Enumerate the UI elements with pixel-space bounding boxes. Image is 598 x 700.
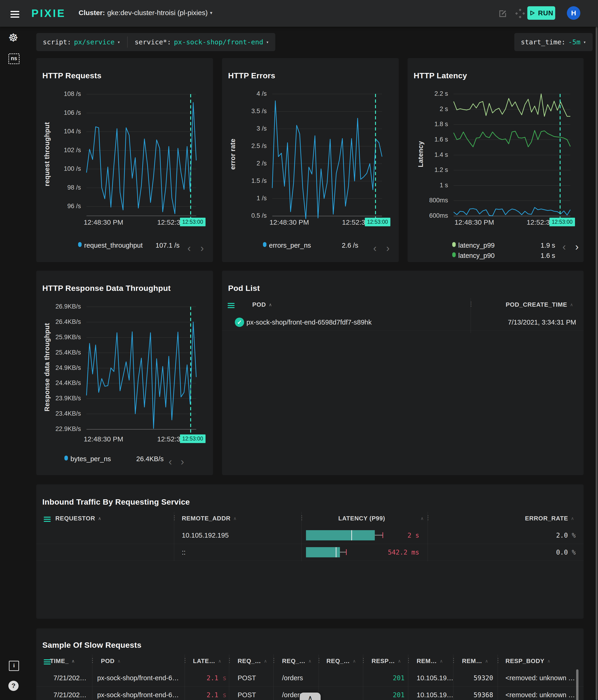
run-button[interactable]: RUN (527, 6, 555, 20)
remote-ip-cell: 10.105.19… (417, 691, 453, 699)
y-tick-label: 23.4KB/s (36, 410, 81, 417)
start-time-bar[interactable]: start_time: -5m ▾ (514, 33, 593, 51)
legend-next-icon[interactable]: › (181, 456, 184, 467)
legend-name[interactable]: latency_p90 (458, 252, 495, 259)
table-row[interactable]: 7/21/202…px-sock-shop/front-end-6…2.1sPO… (36, 669, 583, 686)
hamburger-menu-icon[interactable] (10, 9, 19, 19)
sort-caret-icon[interactable]: ∧ (234, 516, 237, 521)
legend-name[interactable]: errors_per_ns (269, 242, 311, 249)
column-header-8[interactable]: REM…∧ (462, 654, 488, 668)
column-header-pod-create-time[interactable]: POD_CREATE_TIME∧ (506, 298, 573, 311)
req-method-cell: POST (238, 691, 256, 699)
column-resize-handle[interactable]: ⋮ (182, 657, 188, 663)
table-row[interactable]: 10.105.192.1952 s2.0 % (36, 527, 583, 544)
column-header-6[interactable]: RESP…∧ (372, 654, 401, 668)
column-resize-handle[interactable]: ⋮ (299, 515, 305, 521)
column-resize-handle[interactable]: ⋮ (406, 657, 411, 663)
legend-value: 2.6 /s (342, 242, 358, 249)
column-resize-handle[interactable]: ⋮ (451, 657, 457, 663)
sort-caret-icon[interactable]: ∧ (570, 302, 573, 307)
sort-caret-icon[interactable]: ∧ (72, 658, 75, 664)
window-scrollbar[interactable] (596, 27, 598, 700)
column-resize-handle[interactable]: ⋮ (495, 657, 501, 663)
column-resize-handle[interactable]: ⋮ (360, 657, 366, 663)
run-label: RUN (538, 9, 553, 17)
column-resize-handle[interactable]: ⋮ (468, 301, 474, 307)
sort-caret-icon[interactable]: ∧ (440, 658, 443, 664)
legend-prev-icon[interactable]: ‹ (563, 242, 566, 252)
column-resize-handle[interactable]: ⋮ (171, 515, 177, 521)
column-label: ERROR_RATE (525, 515, 568, 522)
sort-caret-icon[interactable]: ∧ (398, 658, 401, 664)
y-tick-label: 104 /s (36, 128, 81, 135)
legend-prev-icon[interactable]: ‹ (187, 243, 191, 253)
pod-name-cell: px-sock-shop/front-end-6598d7fdf7-s89hk (246, 319, 372, 326)
start-time-key: start_time: (521, 38, 566, 46)
column-header-remote-addr[interactable]: REMOTE_ADDR∧ (182, 512, 237, 525)
legend-name[interactable]: bytes_per_ns (70, 455, 111, 463)
legend-name[interactable]: request_throughput (84, 242, 143, 249)
y-tick-label: 23.9KB/s (36, 395, 81, 402)
info-label: i (13, 662, 15, 668)
service-selector[interactable]: px-sock-shop/front-end (174, 38, 263, 46)
column-header-7[interactable]: REM…∧ (417, 654, 443, 668)
help-icon[interactable]: ? (8, 681, 19, 691)
script-selector[interactable]: px/service (74, 38, 115, 46)
column-header-error-rate[interactable]: ERROR_RATE∧ (525, 512, 574, 525)
column-resize-handle[interactable]: ⋮ (316, 657, 322, 663)
y-tick-label: 800ms (408, 197, 448, 204)
edit-script-icon[interactable] (498, 8, 508, 19)
resp-body-cell: <removed: unknown … (505, 674, 575, 682)
column-header-5[interactable]: REQ_…∧ (327, 654, 356, 668)
legend-prev-icon[interactable]: ‹ (169, 456, 172, 467)
table-row[interactable]: ::542.2 ms0.0 % (36, 544, 583, 561)
column-resize-handle[interactable]: ⋮ (226, 657, 233, 663)
panel-inbound-traffic: Inbound Traffic By Requesting Service RE… (36, 484, 583, 619)
legend-next-icon[interactable]: › (575, 242, 579, 252)
info-icon[interactable]: i (9, 661, 19, 671)
sort-caret-icon[interactable]: ∧ (98, 516, 101, 521)
table-row[interactable]: ✓px-sock-shop/front-end-6598d7fdf7-s89hk… (222, 314, 583, 331)
column-header-pod[interactable]: POD∧ (252, 298, 272, 311)
column-header-latency-p99[interactable]: LATENCY (P99)∧ (338, 512, 424, 525)
sort-caret-icon[interactable]: ∧ (218, 658, 221, 664)
legend-next-icon[interactable]: › (200, 243, 204, 253)
time-cell: 7/21/202… (53, 674, 87, 682)
column-header-9[interactable]: RESP_BODY∧ (505, 654, 551, 668)
inbound-table-menu-icon[interactable] (44, 516, 51, 523)
namespace-icon[interactable]: ns (8, 53, 20, 64)
sort-caret-icon[interactable]: ∧ (421, 516, 424, 521)
legend-next-icon[interactable]: › (386, 243, 390, 253)
move-widgets-icon[interactable] (515, 8, 525, 19)
slow-table-menu-icon[interactable] (44, 658, 51, 666)
column-header-3[interactable]: REQ_…∧ (238, 654, 267, 668)
legend-prev-icon[interactable]: ‹ (373, 243, 377, 253)
kubernetes-cluster-icon[interactable]: ☸ (7, 31, 19, 44)
column-resize-handle[interactable]: ⋮ (425, 515, 431, 521)
column-header-requestor[interactable]: REQUESTOR∧ (55, 512, 101, 525)
scroll-to-top-button[interactable]: ∧ (300, 693, 320, 700)
pod-table-menu-icon[interactable] (228, 302, 235, 309)
column-header-1[interactable]: POD∧ (101, 654, 121, 668)
sort-caret-icon[interactable]: ∧ (117, 658, 121, 664)
column-header-2[interactable]: LATE…∧ (193, 654, 221, 668)
sort-caret-icon[interactable]: ∧ (571, 516, 574, 521)
sort-caret-icon[interactable]: ∧ (264, 658, 267, 664)
sort-caret-icon[interactable]: ∧ (547, 658, 551, 664)
sort-caret-icon[interactable]: ∧ (269, 302, 272, 307)
latency-value-cell: 2 s (407, 531, 419, 539)
avatar[interactable]: H (567, 6, 580, 20)
column-header-4[interactable]: REQ_…∧ (282, 654, 312, 668)
legend-name[interactable]: latency_p99 (458, 242, 495, 249)
x-tick-label: 12:52:3 (157, 218, 181, 226)
column-resize-handle[interactable]: ⋮ (90, 657, 96, 663)
sort-caret-icon[interactable]: ∧ (485, 658, 488, 664)
sort-caret-icon[interactable]: ∧ (353, 658, 356, 664)
column-header-0[interactable]: TIME_∧ (50, 654, 75, 668)
pixie-logo[interactable]: PIXIE (31, 7, 66, 20)
panel-http-errors: HTTP Errors error rate4 /s3.5 /s3 /s2.5 … (222, 58, 399, 262)
column-resize-handle[interactable]: ⋮ (271, 657, 277, 663)
chevron-up-icon: ∧ (308, 694, 312, 700)
cluster-selector[interactable]: Cluster: gke:dev-cluster-htroisi (pl-pix… (78, 9, 212, 17)
sort-caret-icon[interactable]: ∧ (308, 658, 312, 664)
